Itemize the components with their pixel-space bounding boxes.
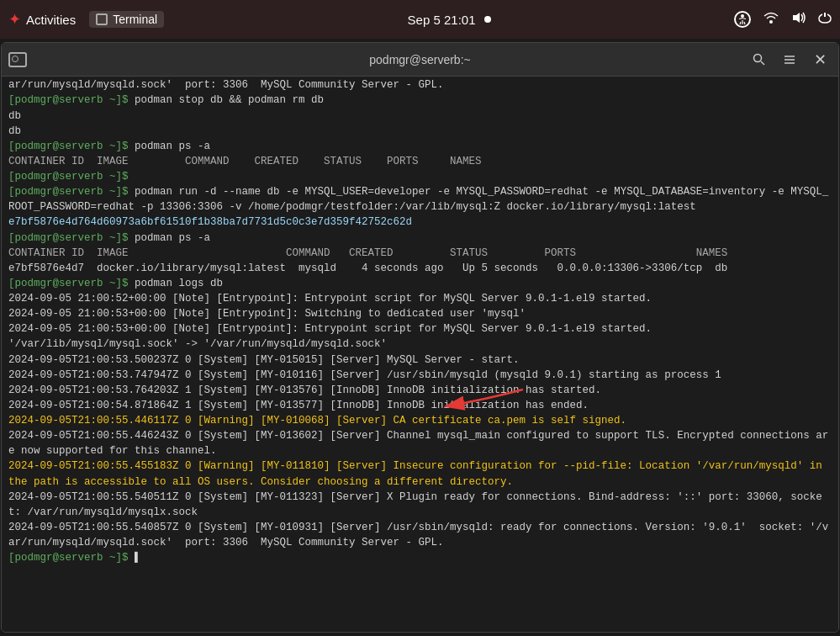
network-icon[interactable]	[763, 11, 779, 29]
terminal-line: 2024-09-05T21:00:53.747947Z 0 [System] […	[8, 368, 832, 383]
terminal-line: [podmgr@serverb ~]$ ▌	[8, 550, 832, 565]
topbar: ✦ Activities Terminal Sep 5 21:01	[0, 0, 840, 39]
terminal-label: Terminal	[113, 13, 157, 26]
terminal-line: 2024-09-05T21:00:55.540511Z 0 [System] […	[8, 490, 832, 520]
terminal-line: CONTAINER ID IMAGE COMMAND CREATED STATU…	[8, 154, 832, 169]
terminal-output[interactable]: 2024-09-05T20:56:39.965143Z 0 [Warning] …	[2, 77, 838, 632]
terminal-line: [podmgr@serverb ~]$ podman ps -a	[8, 231, 832, 246]
datetime-label: Sep 5 21:01	[408, 13, 476, 27]
activities-button[interactable]: ✦ Activities	[8, 10, 76, 29]
terminal-line: e7bf5876e4d764d60973a6bf61510f1b38ba7d77…	[8, 215, 832, 230]
terminal-line: [podmgr@serverb ~]$ podman run -d --name…	[8, 184, 832, 215]
terminal-line: CONTAINER ID IMAGE COMMAND CREATED STATU…	[8, 246, 832, 261]
terminal-line: 2024-09-05T21:00:53.764203Z 1 [System] […	[8, 383, 832, 398]
svg-line-4	[761, 61, 764, 65]
terminal-line: [podmgr@serverb ~]$	[8, 169, 832, 184]
terminal-line: e7bf5876e4d7 docker.io/library/mysql:lat…	[8, 261, 832, 276]
terminal-window: podmgr@serverb:~ ✕ 2024-09-05T20:56:39.9…	[1, 42, 839, 633]
accessibility-icon[interactable]	[734, 11, 751, 28]
terminal-line: 2024-09-05 21:00:53+00:00 [Note] [Entryp…	[8, 306, 832, 321]
search-button[interactable]	[748, 48, 771, 72]
terminal-taskbar-button[interactable]: Terminal	[89, 11, 164, 28]
titlebar-left	[8, 52, 29, 67]
close-button[interactable]: ✕	[808, 48, 832, 72]
terminal-line: 2024-09-05T20:56:40.012618Z 0 [System] […	[8, 77, 832, 93]
titlebar-controls: ✕	[748, 48, 832, 72]
notification-dot	[484, 16, 491, 23]
terminal-line: 2024-09-05T21:00:55.540857Z 0 [System] […	[8, 520, 832, 550]
terminal-line: 2024-09-05T21:00:54.871864Z 1 [System] […	[8, 398, 832, 413]
terminal-line: 2024-09-05T21:00:55.455183Z 0 [Warning] …	[8, 458, 832, 489]
terminal-line: db	[8, 109, 832, 124]
power-icon[interactable]	[818, 11, 832, 29]
terminal-line: 2024-09-05 21:00:52+00:00 [Note] [Entryp…	[8, 291, 832, 306]
volume-icon[interactable]	[791, 11, 806, 29]
terminal-line: [podmgr@serverb ~]$ podman logs db	[8, 276, 832, 291]
terminal-line: 2024-09-05T21:00:53.500237Z 0 [System] […	[8, 352, 832, 368]
terminal-line: 2024-09-05T21:00:55.446117Z 0 [Warning] …	[8, 413, 832, 428]
topbar-center: Sep 5 21:01	[408, 13, 491, 27]
terminal-icon	[96, 13, 108, 25]
svg-point-3	[754, 54, 762, 61]
svg-marker-2	[793, 13, 800, 23]
terminal-line: db	[8, 124, 832, 139]
gnome-icon: ✦	[8, 10, 21, 29]
terminal-line: [podmgr@serverb ~]$ podman ps -a	[8, 139, 832, 154]
topbar-right	[734, 11, 832, 29]
svg-point-1	[769, 20, 773, 24]
topbar-left: ✦ Activities Terminal	[8, 10, 164, 29]
window-title: podmgr@serverb:~	[369, 53, 470, 66]
screenshot-icon	[8, 52, 27, 67]
svg-point-0	[741, 14, 744, 18]
terminal-line: '/var/lib/mysql/mysql.sock' -> '/var/run…	[8, 337, 832, 352]
terminal-text-area: 2024-09-05T20:56:39.965143Z 0 [Warning] …	[8, 77, 832, 565]
activities-label: Activities	[26, 13, 76, 27]
terminal-line: 2024-09-05T21:00:55.446243Z 0 [System] […	[8, 428, 832, 458]
menu-button[interactable]	[778, 48, 801, 72]
terminal-line: 2024-09-05 21:00:53+00:00 [Note] [Entryp…	[8, 321, 832, 337]
window-titlebar: podmgr@serverb:~ ✕	[2, 43, 838, 77]
terminal-line: [podmgr@serverb ~]$ podman stop db && po…	[8, 93, 832, 108]
